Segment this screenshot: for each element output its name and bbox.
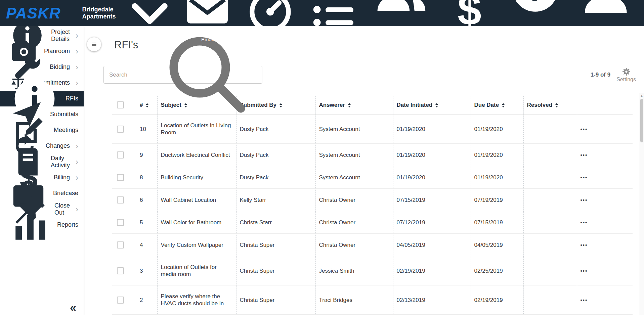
cell-subject: Location of Outlets for media room: [157, 256, 236, 285]
cell-due-date: 01/19/2020: [471, 115, 523, 144]
row-actions-cell: •••: [577, 166, 633, 189]
paskr-logo[interactable]: PASKR: [6, 5, 61, 21]
cell-date-initiated: 01/19/2020: [393, 166, 471, 189]
sidebar-item-label: Submittals: [50, 111, 78, 118]
sidebar-item-label: Daily Activity: [51, 155, 70, 169]
sidebar-collapse-button[interactable]: «: [70, 302, 76, 313]
cell-num: 8: [136, 166, 157, 189]
search-box: [103, 66, 262, 84]
table-settings-label: Settings: [616, 77, 636, 83]
row-checkbox[interactable]: [117, 241, 124, 249]
row-actions-button[interactable]: •••: [581, 126, 588, 132]
cell-answerer: System Account: [315, 115, 393, 144]
table-row: 9Ductwork Electrical ConflictDusty PackS…: [112, 144, 633, 166]
row-select-cell: [112, 115, 136, 144]
column-header-due-date[interactable]: Due Date: [471, 96, 523, 115]
row-actions-cell: •••: [577, 115, 633, 144]
row-actions-button[interactable]: •••: [581, 268, 588, 274]
chevron-down-icon: [122, 0, 177, 41]
project-selector[interactable]: Bridgedale Apartments: [82, 0, 177, 41]
cell-date-initiated: 01/19/2020: [393, 144, 471, 166]
cell-due-date: 07/19/2019: [471, 189, 523, 211]
main-content: RFI's 1-9 of 9 Settings #: [84, 26, 644, 315]
row-actions-cell: •••: [577, 211, 633, 234]
chevron-down-icon: [595, 24, 637, 66]
cell-due-date: 02/25/2019: [471, 256, 523, 285]
topnav-item-contacts[interactable]: Contacts: [366, 0, 437, 66]
chart-icon: [9, 204, 51, 246]
chevron-down-icon: [518, 19, 564, 66]
cell-num: 2: [136, 285, 157, 315]
cell-subject: Wall Cabinet Location: [157, 189, 236, 211]
cell-resolved: [523, 256, 577, 285]
table-settings-button[interactable]: Settings: [616, 67, 636, 83]
row-actions-button[interactable]: •••: [581, 152, 588, 158]
scrollbar-up-arrow[interactable]: ▲: [639, 94, 644, 97]
row-actions-button[interactable]: •••: [581, 197, 588, 203]
topnav-item-projects[interactable]: Projects: [303, 0, 363, 42]
table-row: 2Please verify where the HVAC ducts shou…: [112, 285, 633, 315]
sort-icon: [555, 103, 558, 107]
scrollbar-thumb[interactable]: [640, 99, 643, 142]
chevron-right-icon: ›: [76, 174, 78, 182]
topnav-item-label: Dashboard: [258, 37, 283, 42]
column-header-resolved[interactable]: Resolved: [523, 96, 577, 115]
column-header-number[interactable]: #: [136, 96, 157, 115]
cell-num: 6: [136, 189, 157, 211]
select-all-checkbox[interactable]: [117, 101, 124, 108]
table-row: 4Verify Custom WallpaperChrista SuperChr…: [112, 234, 633, 256]
cell-submitted-by: Dusty Pack: [236, 166, 315, 189]
row-actions-button[interactable]: •••: [581, 297, 588, 303]
chevron-right-icon: ›: [76, 142, 78, 150]
topbar: PASKR Bridgedale Apartments EmailDashboa…: [0, 0, 644, 26]
cell-num: 3: [136, 256, 157, 285]
row-actions-cell: •••: [577, 285, 633, 315]
cell-resolved: [523, 285, 577, 315]
row-checkbox[interactable]: [117, 267, 124, 274]
cell-answerer: System Account: [315, 144, 393, 166]
row-select-cell: [112, 144, 136, 166]
row-actions-cell: •••: [577, 234, 633, 256]
topnav-item-dashboard[interactable]: Dashboard: [240, 0, 301, 42]
row-checkbox[interactable]: [117, 126, 124, 133]
topnav-item-email[interactable]: Email: [177, 0, 238, 42]
topnav-item-label: Contacts: [370, 24, 432, 66]
chevron-right-icon: ›: [76, 79, 78, 87]
cell-submitted-by: Kelly Starr: [236, 189, 315, 211]
chevron-right-icon: ›: [76, 63, 78, 71]
topnav-item-label: Settings: [575, 24, 637, 66]
row-checkbox[interactable]: [117, 151, 124, 159]
cell-answerer: Christa Owner: [315, 211, 393, 234]
sort-icon: [435, 103, 438, 107]
row-checkbox[interactable]: [117, 297, 124, 304]
sidebar: Project Details›Planroom›Bidding›Commitm…: [0, 26, 84, 315]
sidebar-item-reports[interactable]: Reports: [0, 217, 84, 233]
cell-due-date: 04/05/2019: [471, 234, 523, 256]
cell-resolved: [523, 211, 577, 234]
topnav-item-settings[interactable]: Settings: [570, 0, 641, 66]
sidebar-item-label: RFIs: [66, 95, 78, 102]
cell-date-initiated: 02/19/2019: [393, 256, 471, 285]
row-actions-button[interactable]: •••: [581, 175, 588, 180]
row-checkbox[interactable]: [117, 219, 124, 226]
row-actions-cell: •••: [577, 256, 633, 285]
column-header-answerer[interactable]: Answerer: [315, 96, 393, 115]
row-actions-button[interactable]: •••: [581, 220, 588, 225]
sidebar-item-bidding[interactable]: Bidding›: [0, 59, 84, 75]
projects-icon: [307, 0, 359, 35]
row-actions-button[interactable]: •••: [581, 242, 588, 248]
cell-due-date: 07/15/2019: [471, 211, 523, 234]
sort-icon: [348, 103, 351, 107]
row-checkbox[interactable]: [117, 196, 124, 204]
cell-submitted-by: Christa Starr: [236, 211, 315, 234]
cell-due-date: 02/19/2019: [471, 285, 523, 315]
cell-subject: Building Security: [157, 166, 236, 189]
column-header-date-initiated[interactable]: Date Initiated: [393, 96, 471, 115]
cell-subject: Verify Custom Wallpaper: [157, 234, 236, 256]
row-checkbox[interactable]: [117, 174, 124, 181]
scrollbar-track[interactable]: ▲: [639, 93, 644, 315]
row-select-cell: [112, 166, 136, 189]
topnav-item-help[interactable]: ?Help: [502, 0, 569, 66]
cell-date-initiated: 01/19/2020: [393, 115, 471, 144]
topnav-item-accounting[interactable]: $Accounting: [439, 0, 500, 42]
